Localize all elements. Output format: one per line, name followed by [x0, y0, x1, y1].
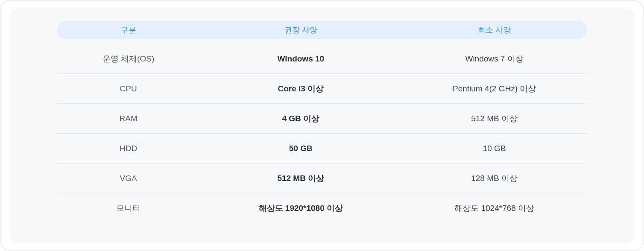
row-minimum: 해상도 1024*768 이상	[401, 203, 587, 214]
table-row: VGA 512 MB 이상 128 MB 이상	[57, 163, 587, 193]
row-minimum: 512 MB 이상	[401, 113, 587, 124]
table-row: 운영 체제(OS) Windows 10 Windows 7 이상	[57, 44, 587, 74]
row-recommended: 4 GB 이상	[200, 113, 401, 124]
table-header-row: 구분 권장 사양 최소 사양	[57, 21, 587, 39]
row-recommended: Windows 10	[200, 54, 401, 64]
row-label: RAM	[57, 114, 200, 123]
row-minimum: 10 GB	[401, 144, 587, 153]
row-recommended: 512 MB 이상	[200, 173, 401, 184]
row-label: 운영 체제(OS)	[57, 53, 200, 64]
row-label: CPU	[57, 84, 200, 93]
table-row: 모니터 해상도 1920*1080 이상 해상도 1024*768 이상	[57, 193, 587, 223]
row-recommended: Core i3 이상	[200, 83, 401, 94]
table-row: HDD 50 GB 10 GB	[57, 134, 587, 163]
row-label: HDD	[57, 144, 200, 153]
row-label: VGA	[57, 174, 200, 183]
table-row: CPU Core i3 이상 Pentium 4(2 GHz) 이상	[57, 74, 587, 104]
row-recommended: 해상도 1920*1080 이상	[200, 203, 401, 214]
outer-frame: 구분 권장 사양 최소 사양 운영 체제(OS) Windows 10 Wind…	[0, 0, 644, 251]
table-row: RAM 4 GB 이상 512 MB 이상	[57, 104, 587, 134]
header-category: 구분	[57, 25, 200, 35]
row-minimum: Windows 7 이상	[401, 53, 587, 64]
row-label: 모니터	[57, 203, 200, 214]
header-minimum: 최소 사양	[401, 25, 587, 35]
row-minimum: 128 MB 이상	[401, 173, 587, 184]
spec-table: 구분 권장 사양 최소 사양 운영 체제(OS) Windows 10 Wind…	[57, 21, 587, 223]
header-recommended: 권장 사양	[200, 25, 401, 35]
row-recommended: 50 GB	[200, 144, 401, 153]
spec-panel: 구분 권장 사양 최소 사양 운영 체제(OS) Windows 10 Wind…	[10, 8, 634, 243]
row-minimum: Pentium 4(2 GHz) 이상	[401, 83, 587, 94]
